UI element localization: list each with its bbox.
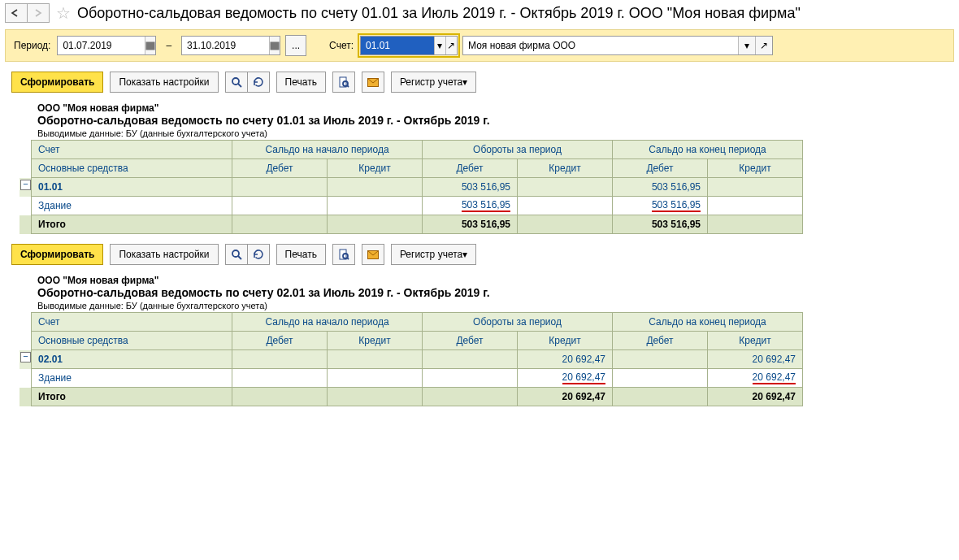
value-cell	[232, 215, 328, 234]
report-title: Оборотно-сальдовая ведомость по счету 01…	[15, 114, 959, 127]
report-toolbar: Сформировать Показать настройки Печать Р…	[5, 239, 954, 270]
value-cell	[328, 197, 423, 215]
value-cell: 503 516,95	[613, 178, 708, 197]
report-title: Оборотно-сальдовая ведомость по счету 02…	[15, 286, 959, 299]
refresh-button[interactable]	[248, 244, 270, 265]
preview-button[interactable]	[332, 72, 355, 93]
svg-line-5	[238, 84, 241, 87]
value-cell	[708, 197, 803, 215]
value-cell: 503 516,95	[423, 215, 518, 234]
row-label: 02.01	[32, 350, 232, 369]
date-to-field[interactable]	[181, 36, 280, 55]
date-from-input[interactable]	[58, 37, 144, 54]
col-account: Счет	[32, 313, 232, 332]
subcol: Дебет	[232, 332, 328, 350]
value-cell: 20 692,47	[518, 350, 613, 369]
value-cell	[423, 350, 518, 369]
period-more-button[interactable]: ...	[285, 35, 306, 56]
print-button[interactable]: Печать	[276, 244, 326, 265]
value-cell	[708, 215, 803, 234]
value-cell	[328, 388, 423, 406]
form-button[interactable]: Сформировать	[11, 244, 103, 265]
subcol: Кредит	[518, 159, 613, 178]
open-icon[interactable]: ↗	[445, 37, 457, 54]
subcol: Кредит	[708, 159, 803, 178]
row-label: Здание	[32, 369, 232, 388]
form-button[interactable]: Сформировать	[11, 72, 103, 93]
organization-input[interactable]	[463, 37, 738, 54]
report-block-1: ООО "Моя новая фирма" Оборотно-сальдовая…	[15, 271, 959, 406]
value-cell	[232, 350, 328, 369]
period-label: Период:	[12, 40, 52, 51]
value-cell	[518, 215, 613, 234]
report-grid: Счет Сальдо на начало периода Обороты за…	[20, 312, 803, 406]
subcol: Дебет	[423, 332, 518, 350]
show-settings-button[interactable]: Показать настройки	[110, 244, 218, 265]
value-cell	[613, 350, 708, 369]
refresh-button[interactable]	[248, 72, 270, 93]
nav-forward-button[interactable]	[28, 3, 50, 23]
col-group: Сальдо на конец периода	[613, 313, 803, 332]
value-cell: 503 516,95	[613, 197, 708, 215]
svg-line-14	[347, 258, 349, 259]
collapse-icon[interactable]: −	[20, 180, 31, 190]
favorite-star-icon[interactable]: ☆	[56, 3, 71, 23]
value-cell	[613, 388, 708, 406]
period-dash: –	[161, 40, 176, 51]
value-cell	[708, 178, 803, 197]
find-button[interactable]	[225, 244, 248, 265]
date-to-input[interactable]	[182, 37, 268, 54]
row-label: 01.01	[32, 178, 232, 197]
svg-rect-3	[271, 42, 279, 44]
value-cell	[518, 178, 613, 197]
col-group: Обороты за период	[423, 141, 613, 159]
col-account: Счет	[32, 141, 232, 159]
subcol: Кредит	[708, 332, 803, 350]
svg-line-8	[347, 85, 349, 87]
col-subname: Основные средства	[32, 159, 232, 178]
print-button[interactable]: Печать	[276, 72, 326, 93]
account-label: Счет:	[328, 40, 355, 51]
value-cell	[328, 215, 423, 234]
report-grid: Счет Сальдо на начало периода Обороты за…	[20, 140, 803, 234]
calendar-icon[interactable]	[145, 37, 156, 54]
register-button[interactable]: Регистр учета	[391, 72, 476, 93]
report-subtitle: Выводимые данные: БУ (данные бухгалтерск…	[15, 127, 959, 140]
organization-field[interactable]: ▾ ↗	[462, 36, 773, 55]
col-group: Сальдо на начало периода	[232, 313, 423, 332]
value-cell	[328, 350, 423, 369]
value-cell	[518, 197, 613, 215]
value-cell	[613, 369, 708, 388]
date-from-field[interactable]	[57, 36, 156, 55]
dropdown-icon[interactable]: ▾	[434, 37, 445, 54]
subcol: Дебет	[613, 332, 708, 350]
email-button[interactable]	[362, 72, 384, 93]
value-cell: 20 692,47	[518, 369, 613, 388]
report-toolbar: Сформировать Показать настройки Печать Р…	[5, 67, 954, 98]
row-label: Итого	[32, 388, 232, 406]
find-button[interactable]	[225, 72, 248, 93]
dropdown-icon[interactable]: ▾	[738, 37, 755, 54]
subcol: Кредит	[518, 332, 613, 350]
value-cell: 20 692,47	[708, 369, 803, 388]
open-icon[interactable]: ↗	[755, 37, 772, 54]
register-button[interactable]: Регистр учета	[391, 244, 476, 265]
value-cell	[232, 197, 328, 215]
calendar-icon[interactable]	[269, 37, 280, 54]
account-field[interactable]: 01.01 ▾ ↗	[360, 36, 458, 55]
value-cell	[232, 369, 328, 388]
collapse-icon[interactable]: −	[20, 352, 31, 362]
svg-point-10	[232, 250, 239, 257]
col-subname: Основные средства	[32, 332, 232, 350]
row-label: Итого	[32, 215, 232, 234]
show-settings-button[interactable]: Показать настройки	[110, 72, 218, 93]
account-value[interactable]: 01.01	[361, 37, 434, 54]
email-button[interactable]	[362, 244, 384, 265]
value-cell: 503 516,95	[613, 215, 708, 234]
subcol: Кредит	[328, 332, 423, 350]
col-group: Сальдо на конец периода	[613, 141, 803, 159]
nav-back-button[interactable]	[5, 3, 28, 23]
preview-button[interactable]	[332, 244, 355, 265]
company-name: ООО "Моя новая фирма"	[15, 271, 959, 286]
value-cell	[423, 388, 518, 406]
